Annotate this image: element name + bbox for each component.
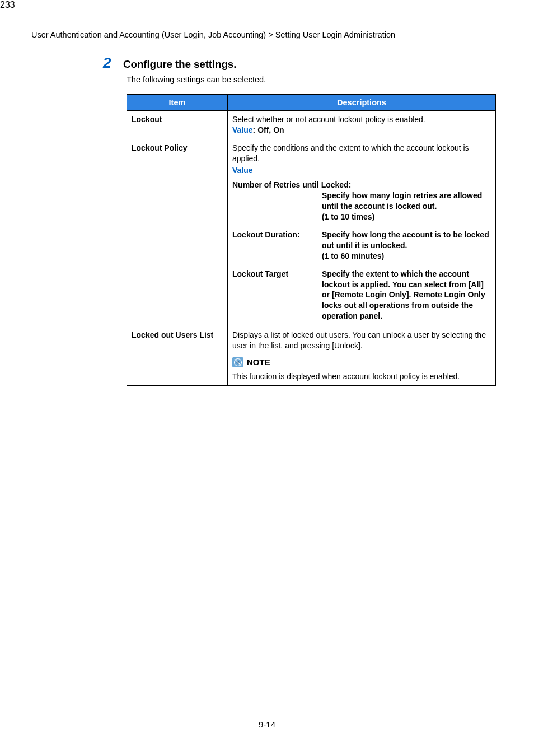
retries-desc: Specify how many login retries are allow…: [322, 190, 491, 222]
users-text: Displays a list of locked out users. You…: [232, 330, 491, 351]
item-lockout-policy: Lockout Policy: [127, 139, 228, 326]
table-row: Lockout Policy Specify the conditions an…: [127, 139, 496, 326]
lockout-value-label: Value: [232, 125, 253, 134]
item-locked-users: Locked out Users List: [127, 326, 228, 386]
desc-lockout-policy: Specify the conditions and the extent to…: [228, 139, 496, 326]
step-intro: The following settings can be selected.: [127, 75, 503, 84]
table-row: Locked out Users List Displays a list of…: [127, 326, 496, 386]
header-divider: [31, 43, 503, 43]
note-text: This function is displayed when account …: [232, 371, 491, 382]
duration-desc: Specify how long the account is to be lo…: [322, 230, 491, 262]
lockout-value-options: : Off, On: [253, 125, 284, 134]
policy-value-label: Value: [232, 165, 491, 176]
target-label: Lockout Target: [232, 269, 322, 321]
note-label: NOTE: [247, 357, 270, 368]
settings-table: Item Descriptions Lockout Select whether…: [127, 94, 496, 386]
target-desc: Specify the extent to which the account …: [322, 269, 491, 321]
step-title: Configure the settings.: [123, 58, 236, 71]
retries-label: Number of Retries until Locked:: [232, 180, 491, 190]
col-header-item: Item: [127, 95, 228, 111]
duration-label: Lockout Duration:: [232, 230, 322, 262]
note-icon: [232, 357, 243, 367]
table-row: Lockout Select whether or not account lo…: [127, 111, 496, 139]
item-lockout: Lockout: [127, 111, 228, 139]
col-header-desc: Descriptions: [228, 95, 496, 111]
page-number: 9-14: [0, 720, 534, 729]
lockout-text: Select whether or not account lockout po…: [232, 114, 491, 125]
policy-text: Specify the conditions and the extent to…: [232, 143, 491, 164]
desc-lockout: Select whether or not account lockout po…: [228, 111, 496, 139]
step-number: 2: [103, 54, 123, 72]
breadcrumb: User Authentication and Accounting (User…: [31, 30, 503, 43]
desc-locked-users: Displays a list of locked out users. You…: [228, 326, 496, 386]
